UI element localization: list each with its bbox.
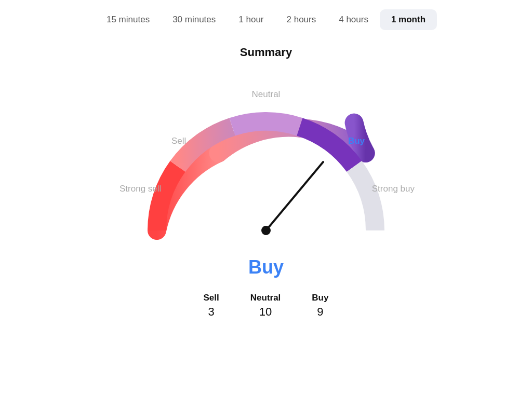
stat-neutral-value: 10	[259, 305, 272, 319]
stat-buy-value: 9	[317, 305, 323, 319]
label-neutral: Neutral	[252, 89, 281, 100]
main-container: 15 minutes 30 minutes 1 hour 2 hours 4 h…	[0, 0, 532, 395]
stat-buy-label: Buy	[312, 293, 328, 303]
stats-row: Sell 3 Neutral 10 Buy 9	[204, 293, 329, 319]
gauge-pivot	[261, 226, 271, 235]
label-strong-buy: Strong buy	[372, 184, 415, 194]
stat-neutral: Neutral 10	[250, 293, 281, 319]
tab-30min[interactable]: 30 minutes	[161, 9, 227, 30]
tab-1month[interactable]: 1 month	[380, 9, 437, 30]
summary-title: Summary	[240, 46, 292, 59]
arc-strong-buy	[354, 167, 375, 231]
label-sell: Sell	[171, 136, 186, 146]
gauge-svg	[110, 75, 422, 251]
tab-4hours[interactable]: 4 hours	[327, 9, 380, 30]
arc-neutral-2	[232, 121, 300, 127]
tab-1hour[interactable]: 1 hour	[227, 9, 275, 30]
tab-15min[interactable]: 15 minutes	[95, 9, 161, 30]
stat-buy: Buy 9	[312, 293, 328, 319]
stat-neutral-label: Neutral	[250, 293, 281, 303]
time-period-tabs: 15 minutes 30 minutes 1 hour 2 hours 4 h…	[0, 9, 532, 30]
tab-2hours[interactable]: 2 hours	[275, 9, 328, 30]
label-buy: Buy	[348, 136, 365, 146]
stat-sell-label: Sell	[204, 293, 219, 303]
stat-sell: Sell 3	[204, 293, 219, 319]
stat-sell-value: 3	[208, 305, 215, 319]
gauge-wrapper: Neutral Sell Buy Strong sell Strong buy	[110, 75, 422, 251]
label-strong-sell: Strong sell	[119, 184, 161, 194]
result-buy-label: Buy	[248, 256, 284, 278]
gauge-needle	[266, 162, 323, 230]
